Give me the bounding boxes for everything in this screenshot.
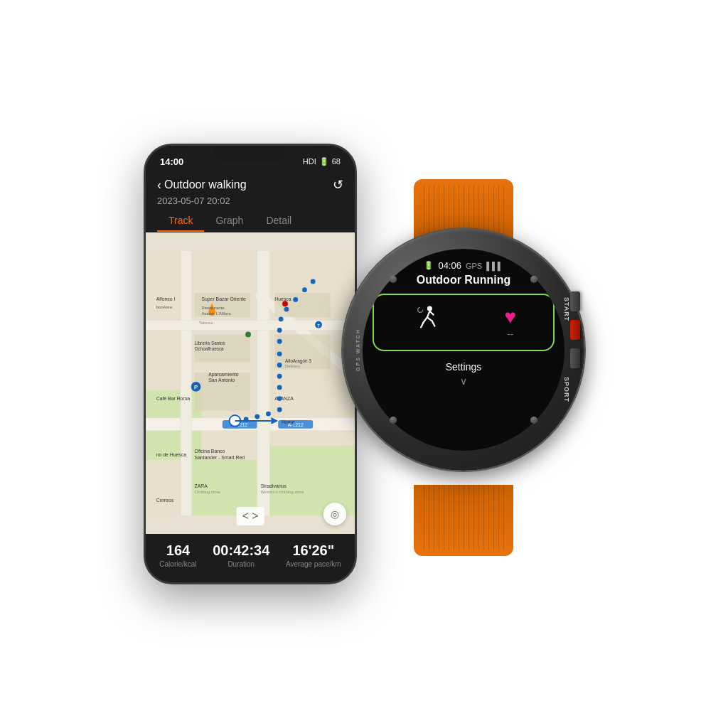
refresh-button[interactable]: ↺ [333, 177, 343, 193]
calorie-label: Calorie/kcal [159, 560, 196, 568]
phone-wrapper: 14:00 HDI 🔋 68 ‹ Outdoor walking ↺ [144, 144, 357, 584]
map-container: A-1212 A-1212 [146, 232, 355, 534]
duration-value: 00:42:34 [213, 542, 269, 559]
map-page-buttons: < > [237, 507, 264, 525]
svg-point-22 [282, 301, 288, 306]
svg-point-60 [277, 396, 282, 401]
heart-rate-section: ♥ -- [505, 306, 517, 339]
header-title: Outdoor walking [164, 178, 247, 191]
status-icons: HDI 🔋 68 [303, 157, 341, 166]
watch-battery-icon: 🔋 [424, 261, 434, 270]
watch-activity-title: Outdoor Running [417, 274, 510, 287]
svg-text:bonArea: bonArea [156, 305, 173, 309]
svg-text:Santander - Smart Red: Santander - Smart Red [195, 455, 245, 460]
tab-graph[interactable]: Graph [204, 209, 255, 232]
svg-point-62 [266, 412, 271, 417]
svg-point-53 [279, 316, 284, 321]
svg-text:Ochoafhuesca: Ochoafhuesca [195, 346, 224, 351]
svg-text:Takeout: Takeout [198, 321, 213, 325]
stats-footer: 164 Calorie/kcal 00:42:34 Duration 16'26… [146, 534, 355, 582]
pace-value: 16'26" [286, 542, 341, 559]
svg-line-75 [432, 321, 435, 326]
pace-label: Average pace/km [286, 560, 341, 568]
smartwatch: START SPORT GPS WATCH 🔋 04:06 GPS ▌▌▌ Ou… [343, 229, 584, 499]
watch-button-top[interactable] [570, 291, 580, 311]
svg-text:Clothing store: Clothing store [195, 490, 220, 494]
svg-rect-9 [181, 251, 192, 515]
svg-text:Café Bar Roma: Café Bar Roma [156, 397, 190, 402]
svg-point-59 [277, 385, 282, 390]
app-header: ‹ Outdoor walking ↺ 2023-05-07 20:02 [146, 171, 355, 209]
tab-detail[interactable]: Detail [255, 209, 303, 232]
battery-value: 68 [332, 157, 341, 166]
tabs: Track Graph Detail [146, 209, 355, 232]
svg-point-52 [284, 307, 289, 312]
svg-text:Stradivarius: Stradivarius [261, 483, 287, 488]
watch-button-bottom[interactable] [570, 348, 580, 368]
tab-track[interactable]: Track [157, 209, 204, 232]
back-chevron-icon: ‹ [157, 178, 161, 193]
phone-screen: 14:00 HDI 🔋 68 ‹ Outdoor walking ↺ [146, 146, 355, 582]
svg-text:P: P [194, 384, 198, 390]
svg-point-58 [277, 374, 282, 379]
svg-text:no de Huesca: no de Huesca [156, 452, 187, 457]
scene: 14:00 HDI 🔋 68 ‹ Outdoor walking ↺ [44, 44, 684, 684]
svg-point-63 [255, 414, 259, 419]
runner-icon [411, 304, 442, 341]
back-button[interactable]: ‹ Outdoor walking [157, 178, 247, 193]
status-time: 14:00 [160, 156, 183, 167]
map-navigation-button[interactable]: ◎ [323, 503, 346, 525]
heart-icon: ♥ [505, 306, 517, 328]
nav-compass-icon: ◎ [331, 508, 339, 520]
svg-line-72 [427, 311, 430, 318]
svg-point-50 [302, 287, 307, 292]
screw-top-right [530, 276, 537, 283]
svg-text:Oficina Banco: Oficina Banco [195, 449, 225, 454]
svg-text:Aparcamiento: Aparcamiento [208, 372, 239, 378]
svg-line-74 [427, 317, 432, 321]
svg-text:San Antonio: San Antonio [208, 378, 235, 382]
svg-text:Women's clothing store: Women's clothing store [261, 490, 304, 494]
phone: 14:00 HDI 🔋 68 ‹ Outdoor walking ↺ [144, 144, 357, 584]
svg-point-56 [277, 351, 282, 356]
svg-point-51 [293, 297, 298, 302]
svg-line-73 [423, 317, 427, 322]
watch-chevron-icon: ∨ [460, 375, 467, 387]
svg-point-55 [277, 339, 282, 344]
header-nav: ‹ Outdoor walking ↺ [157, 177, 343, 193]
calorie-value: 164 [159, 542, 196, 559]
svg-text:Alfonso I: Alfonso I [156, 296, 176, 301]
svg-text:Correos: Correos [156, 498, 174, 503]
svg-point-57 [277, 363, 282, 368]
stat-pace: 16'26" Average pace/km [286, 542, 341, 568]
svg-point-54 [277, 328, 282, 333]
svg-rect-17 [274, 334, 330, 369]
svg-text:Librería Santos: Librería Santos [195, 341, 225, 346]
watch-status-bar: 🔋 04:06 GPS ▌▌▌ [424, 260, 503, 271]
svg-line-77 [429, 311, 433, 315]
svg-text:Huesca: Huesca [274, 296, 291, 301]
heart-rate-value: -- [508, 328, 514, 339]
next-page-button[interactable]: > [252, 510, 258, 523]
svg-text:Asador L'Alifara: Asador L'Alifara [201, 311, 231, 316]
svg-line-76 [421, 322, 424, 327]
watch-gps-label: GPS [466, 262, 482, 270]
signal-label: HDI [303, 157, 316, 166]
watch-label-gps-watch: GPS WATCH [355, 328, 360, 371]
watch-settings-label[interactable]: Settings [446, 361, 482, 373]
svg-text:ZARA: ZARA [195, 483, 208, 488]
screw-bottom-left [390, 417, 397, 424]
prev-page-button[interactable]: < [242, 510, 249, 523]
svg-point-70 [418, 307, 423, 312]
svg-text:Home: Home [282, 419, 294, 424]
svg-text:Delivery: Delivery [285, 364, 300, 368]
screw-top-left [390, 276, 397, 283]
watch-label-sport: SPORT [563, 377, 570, 402]
watch-time: 04:06 [438, 260, 461, 271]
svg-point-49 [311, 279, 316, 284]
svg-point-25 [245, 331, 251, 337]
svg-text:Super Bazar Oriente: Super Bazar Oriente [201, 296, 246, 302]
watch-button-middle[interactable] [570, 320, 580, 340]
watch-case: START SPORT GPS WATCH 🔋 04:06 GPS ▌▌▌ Ou… [343, 229, 584, 471]
svg-rect-11 [146, 321, 355, 331]
